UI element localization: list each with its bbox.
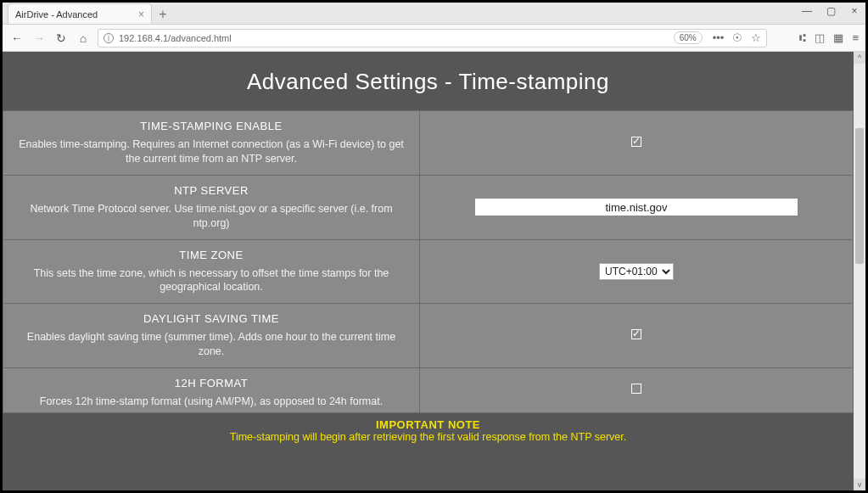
- new-tab-button[interactable]: +: [152, 7, 174, 24]
- note-text: Time-stamping will begin after retrievin…: [12, 431, 845, 443]
- nav-forward-icon[interactable]: →: [31, 31, 47, 45]
- row-title: NTP SERVER: [15, 184, 407, 197]
- extensions-icon[interactable]: ▦: [833, 31, 843, 44]
- scroll-up-icon[interactable]: ^: [854, 52, 865, 64]
- url-input[interactable]: i 192.168.4.1/advanced.html 60% ••• ☉ ☆: [98, 29, 767, 48]
- library-icon[interactable]: ⑆: [799, 31, 806, 44]
- menu-icon[interactable]: ≡: [852, 31, 859, 44]
- page-viewport: Advanced Settings - Time-stamping TIME-S…: [3, 52, 865, 490]
- zoom-level-badge[interactable]: 60%: [674, 31, 703, 44]
- window-maximize-icon[interactable]: ▢: [825, 5, 837, 17]
- dst-checkbox[interactable]: [631, 329, 641, 339]
- nav-reload-icon[interactable]: ↻: [53, 31, 69, 45]
- reader-icon[interactable]: ☉: [732, 31, 742, 44]
- site-info-icon[interactable]: i: [104, 33, 114, 43]
- format-12h-checkbox[interactable]: [631, 384, 641, 394]
- tab-strip: AirDrive - Advanced × + — ▢ ×: [3, 3, 865, 25]
- nav-home-icon[interactable]: ⌂: [76, 31, 91, 45]
- tab-close-icon[interactable]: ×: [138, 8, 144, 20]
- row-daylight-saving: DAYLIGHT SAVING TIME Enables daylight sa…: [3, 304, 854, 368]
- vertical-scrollbar[interactable]: ^ v: [854, 52, 865, 490]
- tab-title: AirDrive - Advanced: [15, 9, 98, 20]
- window-minimize-icon[interactable]: —: [801, 5, 813, 17]
- address-bar: ← → ↻ ⌂ i 192.168.4.1/advanced.html 60% …: [3, 25, 865, 52]
- row-12h-format: 12H FORMAT Forces 12h time-stamp format …: [3, 368, 854, 413]
- browser-window: AirDrive - Advanced × + — ▢ × ← → ↻ ⌂ i …: [0, 0, 868, 493]
- scroll-down-icon[interactable]: v: [854, 479, 865, 490]
- row-desc: Network Time Protocol server. Use time.n…: [15, 202, 407, 231]
- row-title: TIME ZONE: [15, 249, 407, 261]
- settings-table: TIME-STAMPING ENABLE Enables time-stampi…: [3, 110, 854, 448]
- window-controls: — ▢ ×: [801, 5, 860, 17]
- important-note-row: IMPORTANT NOTE Time-stamping will begin …: [3, 412, 854, 448]
- sidebar-toggle-icon[interactable]: ◫: [815, 31, 825, 44]
- row-desc: This sets the time zone, which is necess…: [15, 266, 407, 295]
- time-zone-select[interactable]: UTC+01:00: [599, 263, 674, 280]
- browser-tab[interactable]: AirDrive - Advanced ×: [8, 3, 152, 24]
- note-title: IMPORTANT NOTE: [12, 418, 845, 431]
- scroll-thumb[interactable]: [855, 128, 864, 264]
- row-time-zone: TIME ZONE This sets the time zone, which…: [3, 239, 854, 304]
- row-title: DAYLIGHT SAVING TIME: [15, 312, 407, 325]
- ntp-server-input[interactable]: [475, 199, 798, 216]
- row-desc: Enables daylight saving time (summer tim…: [15, 330, 407, 359]
- row-title: 12H FORMAT: [15, 377, 407, 389]
- row-desc: Enables time-stamping. Requires an Inter…: [15, 137, 407, 166]
- row-title: TIME-STAMPING ENABLE: [15, 120, 407, 132]
- row-timestamping-enable: TIME-STAMPING ENABLE Enables time-stampi…: [3, 111, 854, 176]
- bookmark-star-icon[interactable]: ☆: [751, 31, 761, 44]
- url-text: 192.168.4.1/advanced.html: [119, 33, 232, 43]
- page-actions-icon[interactable]: •••: [713, 31, 725, 44]
- timestamping-enable-checkbox[interactable]: [631, 137, 641, 147]
- row-ntp-server: NTP SERVER Network Time Protocol server.…: [3, 175, 854, 239]
- page-header: Advanced Settings - Time-stamping: [3, 52, 854, 110]
- row-desc: Forces 12h time-stamp format (using AM/P…: [15, 395, 407, 409]
- page-title: Advanced Settings - Time-stamping: [3, 69, 854, 95]
- nav-back-icon[interactable]: ←: [9, 31, 25, 45]
- window-close-icon[interactable]: ×: [848, 5, 860, 17]
